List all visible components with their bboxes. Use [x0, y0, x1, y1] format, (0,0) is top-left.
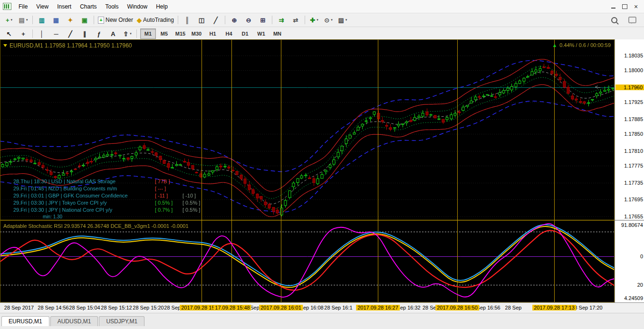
news-event-label: 28.Thu | 18:30 | USD | Natural GAS Stora… [13, 178, 155, 185]
news-actual-value: [ 0.7% ] [155, 207, 183, 214]
close-icon: × [634, 3, 638, 10]
change-countdown-label: ▲ 0.44% / 0.6 / 00:00:59 [552, 42, 611, 48]
time-axis[interactable]: 28 Sep 201728 Sep 14:5628 Sep 15:0428 Se… [0, 302, 644, 313]
fibonacci-tool[interactable]: ƒ [92, 28, 106, 39]
time-label: 28 Sep [505, 305, 522, 310]
price-label: 1.17925 [624, 99, 643, 105]
timeframe-h4[interactable]: H4 [221, 28, 237, 39]
navigator-button-icon: ✦ [68, 17, 73, 23]
terminal-button[interactable]: ▣ [78, 15, 91, 25]
change-countdown-text: 0.44% / 0.6 / 00:00:59 [559, 42, 611, 48]
timeframe-m1[interactable]: M1 [140, 28, 156, 39]
timeframe-m5[interactable]: M5 [156, 28, 172, 39]
news-actual-value: [ 77B ] [155, 178, 183, 185]
timeframe-d1[interactable]: D1 [237, 28, 253, 39]
toolbar-right [607, 15, 639, 25]
search-button[interactable] [607, 15, 621, 25]
price-scale[interactable]: 1.180351.180001.179601.179251.178851.178… [615, 39, 644, 302]
line-chart-button[interactable]: ╱ [209, 15, 222, 25]
menu-item-file[interactable]: File [14, 1, 32, 12]
news-event-label: 29.Fri | 01:45 | NZD | Building Consents… [13, 185, 155, 192]
horizontal-line-tool[interactable]: ─ [49, 28, 63, 39]
templates-button[interactable]: ▨▾ [336, 15, 349, 25]
vertical-line-tool[interactable]: │ [35, 28, 48, 39]
time-label: 28 Sep 15:12 [101, 305, 132, 310]
autotrading-button[interactable]: ◆AutoTrading [135, 15, 175, 25]
minimize-button[interactable] [607, 2, 619, 11]
timeframe-m15[interactable]: M15 [173, 28, 188, 39]
zoom-in-button-icon: ⊕ [232, 17, 237, 23]
trendline-tool[interactable]: ╱ [64, 28, 77, 39]
chart-tab-usdjpy[interactable]: USDJPY,M1 [99, 316, 144, 326]
new-order-button-label: New Order [106, 17, 133, 23]
restore-button[interactable] [619, 2, 630, 11]
news-event-label: 29.Fri | 03:01 | GBP | GFK Consumer Conf… [13, 192, 155, 199]
menu-bar: FileViewInsertChartsToolsWindowHelp × [0, 0, 644, 13]
menu-item-insert[interactable]: Insert [53, 1, 76, 12]
window-controls: × [607, 2, 642, 11]
caret-down-icon: ▾ [317, 18, 318, 22]
chart-area: EURUSD,M1 1.17958 1.17964 1.17950 1.1796… [0, 39, 644, 313]
menu-item-window[interactable]: Window [123, 1, 152, 12]
text-tool[interactable]: A [106, 28, 120, 39]
text-tool-icon: A [111, 31, 115, 37]
timeframe-m30[interactable]: M30 [189, 28, 204, 39]
periods-button[interactable]: ⊙▾ [322, 15, 335, 25]
time-label: Sep [250, 305, 260, 310]
channel-tool[interactable]: ∥ [78, 28, 91, 39]
data-window-button[interactable]: ▦ [49, 15, 63, 25]
toolbar-separator [272, 16, 272, 24]
menu-item-tools[interactable]: Tools [101, 1, 123, 12]
menu-item-view[interactable]: View [32, 1, 53, 12]
new-chart-button[interactable]: +▾ [2, 15, 16, 25]
toolbar-separator [136, 29, 137, 38]
time-label: 28 Sep 14:56 [38, 305, 68, 310]
timeframe-buttons: M1M5M15M30H1H4D1W1MN [140, 28, 286, 39]
crosshair-tool[interactable]: + [17, 28, 30, 39]
menu-item-charts[interactable]: Charts [76, 1, 101, 12]
chart-tab-eurusd[interactable]: EURUSD,M1 [1, 316, 49, 326]
terminal-button-icon: ▣ [82, 17, 87, 23]
profiles-button[interactable]: ▤▾ [17, 15, 30, 25]
toolbar-separator [32, 29, 33, 38]
auto-scroll-button[interactable]: ⇉ [275, 15, 288, 25]
chart-shift-button-icon: ⇄ [293, 17, 298, 23]
news-row: 29.Fri | 03:01 | GBP | GFK Consumer Conf… [13, 192, 210, 199]
news-actual-value: [ 0.5% ] [155, 199, 183, 207]
indicators-button[interactable]: ✚▾ [308, 15, 321, 25]
chart-canvas[interactable] [0, 39, 615, 302]
cursor-tool[interactable]: ↖ [2, 28, 16, 39]
chat-button[interactable] [625, 15, 639, 25]
zoom-in-button[interactable]: ⊕ [228, 15, 241, 25]
menu-item-help[interactable]: Help [152, 1, 172, 12]
tile-windows-button[interactable]: ⊞ [256, 15, 269, 25]
market-watch-button[interactable]: ▥ [35, 15, 48, 25]
market-watch-button-icon: ▥ [39, 17, 45, 23]
new-order-button[interactable]: +New Order [96, 15, 135, 25]
price-label: 1.17695 [624, 197, 643, 202]
chart-shift-button[interactable]: ⇄ [289, 15, 302, 25]
navigator-button[interactable]: ✦ [64, 15, 77, 25]
zoom-out-button[interactable]: ⊖ [242, 15, 255, 25]
toolbar-separator [305, 16, 305, 24]
timeframe-mn[interactable]: MN [269, 28, 285, 39]
timeframe-w1[interactable]: W1 [253, 28, 269, 39]
news-min-label: min: 1.30 [43, 214, 210, 220]
arrows-tool[interactable]: ⇧▾ [121, 28, 134, 39]
time-label-highlight: 2017.09.28 16:27 [356, 305, 400, 310]
toolbar-tools: ↖+│─╱∥ƒA⇧▾ M1M5M15M30H1H4D1W1MN [0, 27, 644, 41]
chart-tab-audusd[interactable]: AUDUSD,M1 [50, 316, 98, 326]
price-label: 1.17655 [624, 214, 643, 219]
restore-icon [622, 4, 627, 9]
candle-chart-button[interactable]: ◫ [195, 15, 208, 25]
bar-chart-button[interactable]: ║ [181, 15, 194, 25]
news-row: 29.Fri | 03:30 | JPY | Tokyo Core CPI y/… [13, 199, 210, 207]
close-button[interactable]: × [630, 2, 642, 11]
toolbar-separator [225, 16, 225, 24]
timeframe-h1[interactable]: H1 [205, 28, 221, 39]
news-actual-value: [ --- ] [155, 185, 183, 192]
chart-tabs: EURUSD,M1AUDUSD,M1USDJPY,M1 [1, 316, 145, 326]
indicator-scale-label: 0 [640, 254, 643, 259]
candle-chart-button-icon: ◫ [199, 17, 204, 23]
price-label: 1.17735 [624, 180, 643, 186]
